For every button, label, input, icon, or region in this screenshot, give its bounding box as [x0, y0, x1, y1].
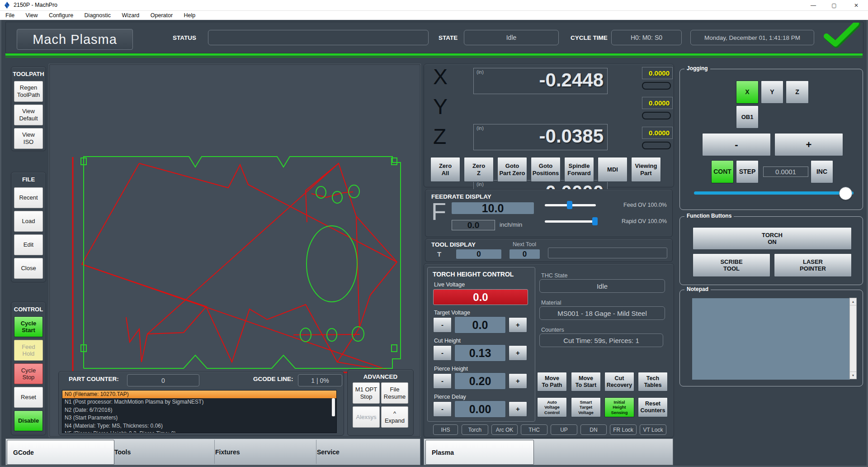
- torch-on-button[interactable]: TORCH ON: [693, 227, 852, 250]
- pierce-height-minus-button[interactable]: -: [433, 373, 452, 389]
- alexsys-button[interactable]: Alexsys: [353, 406, 380, 428]
- zero-z-button[interactable]: Zero Z: [464, 157, 494, 182]
- jog-step-button[interactable]: STEP: [736, 160, 759, 183]
- menu-view[interactable]: View: [21, 11, 42, 19]
- close-button[interactable]: ✕: [844, 0, 868, 10]
- menu-file[interactable]: File: [1, 11, 19, 19]
- status-field: [208, 30, 429, 45]
- tab-service[interactable]: Service: [311, 440, 425, 464]
- goto-part-zero-button[interactable]: Goto Part Zero: [497, 157, 527, 182]
- minimize-button[interactable]: —: [803, 0, 824, 10]
- maximize-button[interactable]: ▢: [824, 0, 844, 10]
- menu-help[interactable]: Help: [179, 11, 200, 19]
- rapid-override-slider[interactable]: [545, 220, 596, 223]
- goto-positions-button[interactable]: Goto Positions: [531, 157, 561, 182]
- menu-diagnostic[interactable]: Diagnostic: [80, 11, 115, 19]
- file-close-button[interactable]: Close: [14, 258, 43, 279]
- tab-tools[interactable]: Tools: [108, 440, 215, 464]
- gcode-list-item[interactable]: N5 (Pierce: Pierce Height: 0.2, Pierce T…: [62, 430, 336, 433]
- file-load-button[interactable]: Load: [14, 211, 43, 232]
- jog-axis-y-button[interactable]: Y: [761, 81, 783, 104]
- zero-all-button[interactable]: Zero All: [430, 157, 460, 182]
- material-field[interactable]: MS001 - 18 Gage - Mild Steel: [539, 306, 665, 320]
- menu-configure[interactable]: Configure: [44, 11, 78, 19]
- file-recent-button[interactable]: Recent: [14, 187, 43, 208]
- gcode-line-field: 1 | 0%: [298, 374, 342, 386]
- file-edit-button[interactable]: Edit: [14, 234, 43, 255]
- expand-button[interactable]: ^ Expand: [381, 406, 408, 428]
- feedrate-f-label: F: [431, 197, 446, 225]
- cut-height-plus-button[interactable]: +: [509, 345, 527, 361]
- gcode-list-item[interactable]: N1 (Post processor: MachMotion Plasma by…: [62, 398, 336, 406]
- pierce-delay-plus-button[interactable]: +: [509, 401, 527, 417]
- scroll-up-icon[interactable]: ▲: [850, 298, 856, 305]
- feedrate-units-label: inch/min: [500, 221, 522, 228]
- jog-plus-button[interactable]: +: [774, 133, 843, 156]
- jog-cont-button[interactable]: CONT: [711, 160, 734, 183]
- jog-axis-z-button[interactable]: Z: [786, 81, 809, 104]
- tab-gcode[interactable]: GCode: [7, 440, 114, 465]
- gcode-list-item[interactable]: N0 (Filename: 10270.TAP): [62, 391, 336, 398]
- pierce-delay-field[interactable]: 0.00: [454, 400, 506, 418]
- spindle-forward-button[interactable]: Spindle Forward: [564, 157, 594, 182]
- dro-y-display: (in) -0.0385: [473, 124, 608, 150]
- jogging-title: Jogging: [684, 65, 710, 71]
- jog-speed-slider-thumb[interactable]: [839, 187, 852, 200]
- notepad-textarea[interactable]: [692, 298, 850, 380]
- m1-opt-stop-button[interactable]: M1 OPT Stop: [353, 382, 380, 404]
- smart-target-voltage-button[interactable]: Smart Target Voltage: [571, 397, 601, 417]
- tech-tables-button[interactable]: Tech Tables: [638, 372, 668, 391]
- axis-y-label: Y: [433, 94, 448, 119]
- file-resume-button[interactable]: File Resume: [381, 382, 408, 404]
- cut-height-minus-button[interactable]: -: [433, 345, 452, 361]
- gcode-list-item[interactable]: N4 (Material: Type: MS, Thickness: 0.06): [62, 422, 336, 430]
- jog-minus-button[interactable]: -: [702, 133, 771, 156]
- gcode-list-item[interactable]: N3 (Start Parameters): [62, 414, 336, 422]
- up-indicator: UP: [551, 424, 577, 435]
- menu-wizard[interactable]: Wizard: [117, 11, 144, 19]
- pierce-delay-minus-button[interactable]: -: [433, 401, 452, 417]
- jog-axis-x-button[interactable]: X: [736, 81, 759, 104]
- jog-aux-ob1-button[interactable]: OB1: [736, 105, 759, 129]
- notepad-scrollbar[interactable]: ▲ ▼: [849, 298, 857, 379]
- disable-button[interactable]: Disable: [14, 410, 43, 431]
- view-iso-button[interactable]: View ISO: [14, 128, 43, 149]
- jog-increment-field[interactable]: 0.0001: [763, 167, 808, 177]
- cut-recovery-button[interactable]: Cut Recovery: [604, 372, 634, 391]
- target-voltage-field[interactable]: 0.0: [454, 316, 506, 334]
- target-voltage-plus-button[interactable]: +: [509, 317, 527, 333]
- scribe-tool-button[interactable]: SCRIBE TOOL: [693, 253, 770, 277]
- dro-y-load-bar: [642, 112, 671, 119]
- window-titlebar: 2150P - MachPro — ▢ ✕: [0, 0, 868, 11]
- reset-counters-button[interactable]: Reset Counters: [638, 397, 668, 417]
- dro-x-load-bar: [642, 82, 671, 90]
- viewing-part-button[interactable]: Viewing Part: [631, 157, 661, 182]
- mdi-button[interactable]: MDI: [598, 157, 627, 182]
- auto-voltage-control-button[interactable]: Auto Voltage Control: [537, 397, 567, 417]
- move-to-path-button[interactable]: Move To Path: [537, 372, 567, 391]
- jog-inc-button[interactable]: INC: [811, 160, 833, 183]
- move-to-start-button[interactable]: Move To Start: [571, 372, 601, 391]
- gcode-list[interactable]: N0 (Filename: 10270.TAP) N1 (Post proces…: [62, 390, 337, 433]
- cycle-stop-button[interactable]: Cycle Stop: [14, 363, 43, 384]
- regen-toolpath-button[interactable]: Regen ToolPath: [14, 81, 43, 102]
- view-default-button[interactable]: View Default: [14, 105, 43, 125]
- reset-button[interactable]: Reset: [14, 387, 43, 408]
- tab-plasma[interactable]: Plasma: [425, 440, 534, 465]
- feed-override-slider-thumb[interactable]: [567, 201, 572, 209]
- feedrate-commanded-field[interactable]: 10.0: [451, 202, 534, 214]
- pierce-height-field[interactable]: 0.20: [454, 372, 506, 390]
- menu-operator[interactable]: Operator: [146, 11, 177, 19]
- laser-pointer-button[interactable]: LASER POINTER: [774, 253, 852, 277]
- gcode-list-scrollbar[interactable]: [332, 398, 335, 416]
- initial-height-sensing-button[interactable]: Initial Height Sensing: [604, 397, 634, 417]
- feed-hold-button[interactable]: Feed Hold: [14, 340, 43, 361]
- target-voltage-minus-button[interactable]: -: [433, 317, 452, 333]
- jog-speed-slider[interactable]: [694, 191, 854, 195]
- gcode-list-item[interactable]: N2 (Date: 6/7/2016): [62, 406, 336, 414]
- cut-height-field[interactable]: 0.13: [454, 344, 506, 362]
- tab-fixtures[interactable]: Fixtures: [209, 440, 316, 464]
- cycle-start-button[interactable]: Cycle Start: [14, 316, 43, 337]
- scroll-down-icon[interactable]: ▼: [850, 372, 856, 379]
- pierce-height-plus-button[interactable]: +: [509, 373, 527, 389]
